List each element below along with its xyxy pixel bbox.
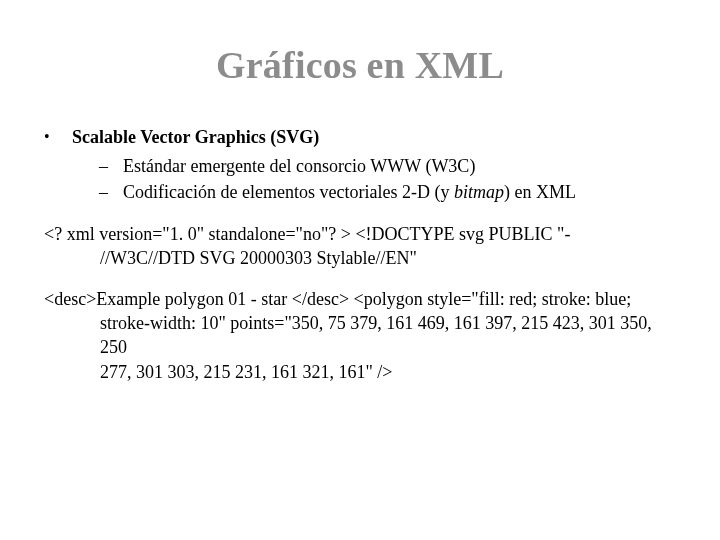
bullet-text: Estándar emergente del consorcio WWW (W3…: [123, 154, 475, 178]
bullet-dot-icon: •: [44, 125, 72, 149]
bullet-dash-icon: –: [99, 180, 123, 204]
bullet-level2-item: – Codificación de elementos vectoriales …: [99, 180, 676, 204]
code-paragraph-1: <? xml version="1. 0" standalone="no"? >…: [44, 222, 676, 271]
code-paragraph-2: <desc>Example polygon 01 - star </desc> …: [44, 287, 676, 384]
bullet-text: Codificación de elementos vectoriales 2-…: [123, 180, 576, 204]
bullet-level2-item: – Estándar emergente del consorcio WWW (…: [99, 154, 676, 178]
bullet-text-prefix: Codificación de elementos vectoriales 2-…: [123, 182, 454, 202]
bullet-text-suffix: ) en XML: [504, 182, 576, 202]
bullet-level1-item: • Scalable Vector Graphics (SVG): [44, 125, 676, 149]
code-line: <desc>Example polygon 01 - star </desc> …: [44, 287, 676, 311]
code-line: stroke-width: 10" points="350, 75 379, 1…: [100, 311, 676, 360]
bullet-text-italic: bitmap: [454, 182, 504, 202]
code-line: //W3C//DTD SVG 20000303 Stylable//EN": [100, 246, 676, 270]
code-line: 277, 301 303, 215 231, 161 321, 161" />: [100, 360, 676, 384]
slide-title: Gráficos en XML: [44, 40, 676, 91]
bullet-dash-icon: –: [99, 154, 123, 178]
bullet-text: Scalable Vector Graphics (SVG): [72, 125, 319, 149]
slide-container: Gráficos en XML • Scalable Vector Graphi…: [0, 0, 720, 540]
code-line: <? xml version="1. 0" standalone="no"? >…: [44, 222, 676, 246]
bullet-list: • Scalable Vector Graphics (SVG) – Están…: [44, 125, 676, 204]
